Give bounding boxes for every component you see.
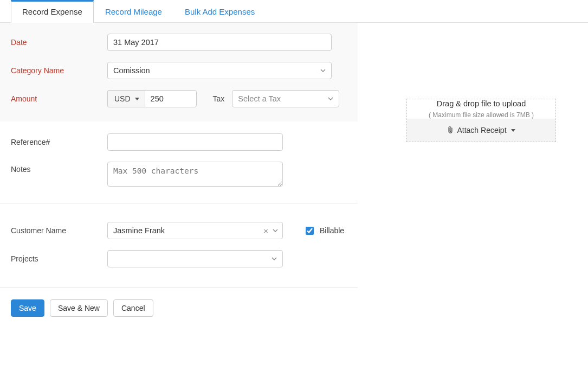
chevron-down-icon (272, 256, 277, 261)
receipt-dropzone[interactable]: Drag & drop file to upload ( Maximum fil… (406, 99, 556, 142)
category-select[interactable]: Comission (107, 62, 332, 79)
label-notes: Notes (11, 162, 107, 174)
label-tax: Tax (213, 94, 225, 103)
billable-checkbox[interactable] (306, 227, 314, 235)
attach-receipt-label: Attach Receipt (457, 126, 506, 135)
save-and-new-button[interactable]: Save & New (50, 299, 108, 317)
dropzone-body[interactable]: Drag & drop file to upload ( Maximum fil… (407, 99, 555, 119)
currency-value: USD (114, 94, 131, 103)
caret-down-icon (135, 98, 139, 100)
amount-input[interactable] (145, 90, 197, 107)
paperclip-icon (447, 126, 454, 134)
caret-down-icon (511, 129, 515, 132)
customer-value: Jasmine Frank (113, 226, 165, 235)
cancel-button[interactable]: Cancel (113, 299, 153, 317)
label-reference: Reference# (11, 138, 107, 146)
tax-select[interactable]: Select a Tax (232, 90, 339, 107)
currency-select[interactable]: USD (107, 90, 145, 107)
category-select-value: Comission (113, 66, 150, 75)
save-button[interactable]: Save (11, 299, 44, 317)
dropzone-subtitle: ( Maximum file size allowed is 7MB ) (429, 111, 534, 119)
label-projects: Projects (11, 254, 107, 263)
label-amount: Amount (11, 94, 107, 103)
customer-select[interactable]: Jasmine Frank × (107, 222, 283, 239)
date-input[interactable] (107, 34, 332, 51)
tax-select-placeholder: Select a Tax (238, 94, 281, 103)
label-date: Date (11, 38, 107, 47)
notes-input[interactable] (107, 162, 283, 187)
clear-icon[interactable]: × (261, 226, 270, 235)
label-customer: Customer Name (11, 226, 107, 235)
chevron-down-icon (320, 68, 326, 73)
projects-select[interactable] (107, 250, 283, 267)
tab-bulk-add-expenses[interactable]: Bulk Add Expenses (173, 0, 266, 23)
tabs: Record Expense Record Mileage Bulk Add E… (0, 0, 588, 23)
chevron-down-icon (328, 96, 333, 101)
reference-input[interactable] (107, 133, 283, 151)
chevron-down-icon (273, 228, 278, 233)
dropzone-title: Drag & drop file to upload (437, 99, 526, 108)
tab-record-mileage[interactable]: Record Mileage (94, 0, 173, 23)
label-billable: Billable (320, 226, 344, 235)
attach-receipt-button[interactable]: Attach Receipt (407, 119, 555, 142)
tab-record-expense[interactable]: Record Expense (11, 0, 94, 23)
label-category: Category Name (11, 66, 107, 75)
